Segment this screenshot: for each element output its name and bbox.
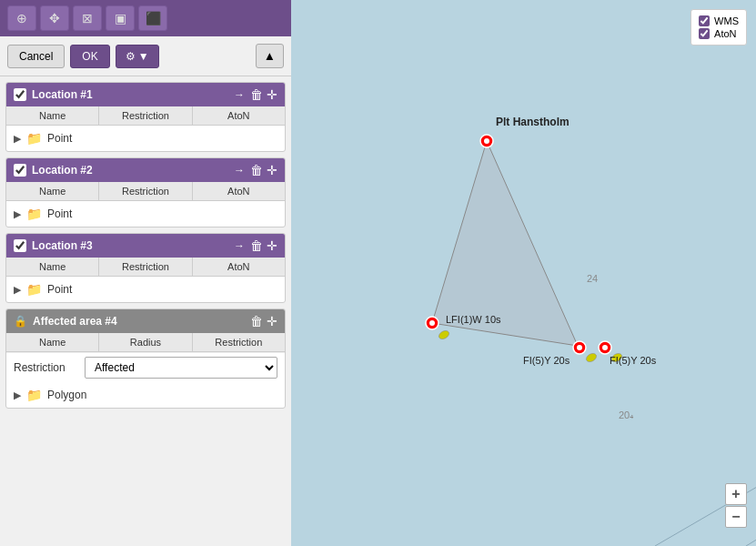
affected-4-expand-icon[interactable]: ▶ <box>14 389 21 401</box>
gear-icon: ⚙ <box>126 50 136 63</box>
move-tool-button[interactable]: ⊠ <box>73 5 102 31</box>
location-1-arrow-icon[interactable]: → <box>234 88 245 101</box>
legend-aton-label: AtoN <box>714 28 736 39</box>
action-bar: Cancel OK ⚙ ▼ ▲ <box>0 36 291 76</box>
zoom-out-button[interactable]: − <box>725 506 747 528</box>
location-1-add-icon[interactable]: ✛ <box>267 87 277 102</box>
gear-dropdown-arrow: ▼ <box>138 50 149 63</box>
affected-4-folder-icon: 📁 <box>26 388 42 402</box>
section-header-location-2: Location #2 → 🗑 ✛ <box>6 158 285 182</box>
svg-text:Plt Hanstholm: Plt Hanstholm <box>496 116 570 128</box>
section-affected-area-4: 🔒 Affected area #4 🗑 ✛ Name Radius Restr… <box>5 308 286 409</box>
svg-text:LFI(1)W 10s: LFI(1)W 10s <box>446 314 501 325</box>
affected-4-actions: 🗑 ✛ <box>250 314 277 329</box>
location-3-add-icon[interactable]: ✛ <box>267 238 277 253</box>
location-2-item-label: Point <box>47 207 72 220</box>
gear-button[interactable]: ⚙ ▼ <box>116 45 159 68</box>
legend-wms: WMS <box>699 15 739 26</box>
col-aton-1: AtoN <box>193 106 285 125</box>
legend-aton-checkbox[interactable] <box>699 28 710 39</box>
location-2-arrow-icon[interactable]: → <box>234 164 245 177</box>
location-3-arrow-icon[interactable]: → <box>234 239 245 252</box>
affected-4-lock-icon: 🔒 <box>14 315 27 328</box>
location-1-actions: 🗑 ✛ <box>250 87 277 102</box>
ok-button[interactable]: OK <box>70 45 109 68</box>
toolbar: ⊕ ✥ ⊠ ▣ ⬛ <box>0 0 291 36</box>
location-3-actions: 🗑 ✛ <box>250 238 277 253</box>
location-2-table-header: Name Restriction AtoN <box>6 182 285 201</box>
restriction-label: Restriction <box>14 361 77 374</box>
section-header-affected-4: 🔒 Affected area #4 🗑 ✛ <box>6 309 285 333</box>
legend-wms-label: WMS <box>714 15 739 26</box>
col-restriction-1: Restriction <box>99 106 192 125</box>
location-2-actions: 🗑 ✛ <box>250 163 277 177</box>
sections-container: Location #1 → 🗑 ✛ Name Restriction AtoN … <box>0 76 291 546</box>
location-1-title: Location #1 <box>32 88 228 101</box>
location-3-delete-icon[interactable]: 🗑 <box>250 238 263 253</box>
legend-wms-checkbox[interactable] <box>699 15 710 26</box>
col-aton-2: AtoN <box>193 182 285 200</box>
section-location-1: Location #1 → 🗑 ✛ Name Restriction AtoN … <box>5 82 286 152</box>
zoom-in-button[interactable]: + <box>725 483 747 505</box>
col-name-2: Name <box>6 182 99 200</box>
location-3-body: ▶ 📁 Point <box>6 277 285 302</box>
location-2-expand-icon[interactable]: ▶ <box>14 208 21 220</box>
svg-point-10 <box>577 345 582 350</box>
affected-4-title: Affected area #4 <box>33 315 245 328</box>
col-restriction-3: Restriction <box>99 258 192 276</box>
polygon-tool-button[interactable]: ⬛ <box>138 5 167 31</box>
zoom-controls: + − <box>725 483 747 528</box>
left-panel: ⊕ ✥ ⊠ ▣ ⬛ Cancel OK ⚙ ▼ ▲ Location #1 → … <box>0 0 291 546</box>
affected-4-table-header: Name Radius Restriction <box>6 333 285 352</box>
section-location-2: Location #2 → 🗑 ✛ Name Restriction AtoN … <box>5 157 286 228</box>
affected-4-body: ▶ 📁 Polygon <box>6 382 285 408</box>
svg-text:20₄: 20₄ <box>619 410 634 420</box>
location-1-checkbox[interactable] <box>14 88 26 101</box>
legend-aton: AtoN <box>699 28 739 39</box>
svg-point-7 <box>429 320 435 326</box>
select-tool-button[interactable]: ⊕ <box>7 5 36 31</box>
affected-4-item-label: Polygon <box>47 389 86 401</box>
location-3-expand-icon[interactable]: ▶ <box>14 284 21 296</box>
col-name-4: Name <box>6 333 99 351</box>
svg-text:24: 24 <box>587 273 598 284</box>
col-name-3: Name <box>6 258 99 276</box>
svg-point-12 <box>602 345 608 350</box>
location-1-body: ▶ 📁 Point <box>6 126 285 151</box>
location-1-folder-icon: 📁 <box>26 131 42 146</box>
col-name-1: Name <box>6 106 99 125</box>
location-3-item-label: Point <box>47 283 72 296</box>
map-area[interactable]: Plt Hanstholm LFI(1)W 10s FI(5)Y 20s FI(… <box>291 0 756 546</box>
cancel-button[interactable]: Cancel <box>7 45 65 68</box>
location-3-table-header: Name Restriction AtoN <box>6 258 285 277</box>
location-3-title: Location #3 <box>32 239 228 252</box>
svg-text:FI(5)Y 20s: FI(5)Y 20s <box>523 355 570 366</box>
location-1-expand-icon[interactable]: ▶ <box>14 133 21 145</box>
map-svg: Plt Hanstholm LFI(1)W 10s FI(5)Y 20s FI(… <box>291 0 756 546</box>
location-2-add-icon[interactable]: ✛ <box>267 163 277 177</box>
col-aton-3: AtoN <box>193 258 285 276</box>
location-2-title: Location #2 <box>32 164 228 177</box>
restriction-select[interactable]: Affected None Restricted <box>85 357 277 379</box>
location-1-delete-icon[interactable]: 🗑 <box>250 87 263 102</box>
location-2-delete-icon[interactable]: 🗑 <box>250 163 263 177</box>
affected-4-add-icon[interactable]: ✛ <box>267 314 277 329</box>
location-1-item-label: Point <box>47 132 72 145</box>
edit-tool-button[interactable]: ✥ <box>40 5 69 31</box>
location-3-folder-icon: 📁 <box>26 282 42 297</box>
area-tool-button[interactable]: ▣ <box>106 5 135 31</box>
col-radius-4: Radius <box>99 333 192 351</box>
section-header-location-3: Location #3 → 🗑 ✛ <box>6 234 285 258</box>
affected-4-delete-icon[interactable]: 🗑 <box>250 314 263 329</box>
location-2-body: ▶ 📁 Point <box>6 201 285 227</box>
location-2-folder-icon: 📁 <box>26 207 42 221</box>
location-1-table-header: Name Restriction AtoN <box>6 106 285 126</box>
location-3-checkbox[interactable] <box>14 239 26 252</box>
map-legend: WMS AtoN <box>690 9 747 46</box>
restriction-row: Restriction Affected None Restricted <box>6 352 285 382</box>
location-2-checkbox[interactable] <box>14 164 26 177</box>
section-location-3: Location #3 → 🗑 ✛ Name Restriction AtoN … <box>5 233 286 303</box>
svg-text:FI(5)Y 20s: FI(5)Y 20s <box>610 355 657 366</box>
svg-point-5 <box>484 138 489 144</box>
collapse-button[interactable]: ▲ <box>256 44 284 68</box>
